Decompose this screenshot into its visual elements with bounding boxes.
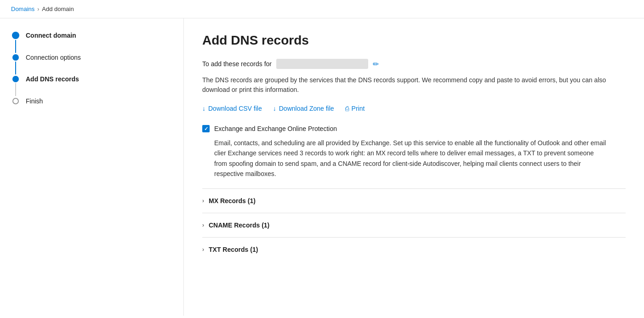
breadcrumb-current: Add domain: [42, 6, 74, 12]
step-line-2: [15, 62, 16, 74]
main-layout: Connect domain Connection options Add DN…: [0, 18, 644, 316]
service-title: Exchange and Exchange Online Protection: [214, 125, 337, 132]
sidebar: Connect domain Connection options Add DN…: [0, 18, 184, 316]
print-button[interactable]: ⎙ Print: [345, 105, 365, 112]
domain-label: To add these records for: [202, 60, 272, 68]
content-area: Add DNS records To add these records for…: [184, 18, 644, 316]
step-connector-4: [11, 97, 20, 104]
actions-row: ↓ Download CSV file ↓ Download Zone file…: [202, 105, 626, 112]
breadcrumb-parent[interactable]: Domains: [11, 6, 34, 12]
edit-domain-icon[interactable]: ✏: [373, 60, 379, 68]
step-connector-3: [11, 75, 20, 96]
step-connect-domain: Connect domain: [11, 31, 172, 53]
download-csv-button[interactable]: ↓ Download CSV file: [202, 105, 262, 112]
step-list: Connect domain Connection options Add DN…: [11, 31, 172, 119]
mx-records-header[interactable]: › MX Records (1): [202, 197, 626, 204]
txt-chevron-icon: ›: [202, 246, 204, 253]
step-connection-options: Connection options: [11, 53, 172, 75]
domain-value-placeholder: [276, 59, 368, 69]
mx-records-title: MX Records (1): [209, 197, 256, 204]
print-label: Print: [352, 105, 365, 112]
step-label-4: Finish: [26, 97, 43, 119]
download-zone-icon: ↓: [273, 105, 276, 112]
step-label-2: Connection options: [26, 53, 81, 75]
step-dot-3: [12, 76, 19, 82]
download-zone-button[interactable]: ↓ Download Zone file: [273, 105, 334, 112]
service-description: Email, contacts, and scheduling are all …: [202, 138, 607, 179]
domain-row: To add these records for ✏: [202, 59, 626, 69]
step-dot-4: [12, 98, 19, 104]
download-zone-label: Download Zone file: [279, 105, 334, 112]
step-connector-2: [11, 53, 20, 74]
step-dot-2: [12, 54, 19, 61]
page-title: Add DNS records: [202, 33, 626, 48]
breadcrumb: Domains › Add domain: [0, 0, 644, 18]
txt-records-header[interactable]: › TXT Records (1): [202, 246, 626, 253]
mx-records-section: › MX Records (1): [202, 188, 626, 213]
step-label-3: Add DNS records: [26, 75, 79, 97]
step-label-1: Connect domain: [26, 31, 76, 53]
step-dot-1: [12, 32, 19, 39]
description-text: The DNS records are grouped by the servi…: [202, 75, 616, 95]
step-add-dns-records: Add DNS records: [11, 75, 172, 97]
step-connector-1: [11, 31, 20, 53]
print-icon: ⎙: [345, 105, 349, 112]
mx-chevron-icon: ›: [202, 198, 204, 204]
txt-records-title: TXT Records (1): [209, 246, 258, 253]
service-checkbox[interactable]: [202, 125, 210, 132]
cname-records-header[interactable]: › CNAME Records (1): [202, 221, 626, 229]
cname-chevron-icon: ›: [202, 222, 204, 228]
step-line-1: [15, 40, 16, 53]
download-csv-icon: ↓: [202, 105, 205, 112]
download-csv-label: Download CSV file: [208, 105, 262, 112]
step-line-3: [15, 83, 16, 96]
cname-records-section: › CNAME Records (1): [202, 213, 626, 237]
txt-records-section: › TXT Records (1): [202, 237, 626, 261]
breadcrumb-separator: ›: [37, 6, 39, 12]
service-section: Exchange and Exchange Online Protection …: [202, 125, 626, 179]
step-finish: Finish: [11, 97, 172, 119]
cname-records-title: CNAME Records (1): [209, 221, 269, 229]
service-header: Exchange and Exchange Online Protection: [202, 125, 626, 132]
